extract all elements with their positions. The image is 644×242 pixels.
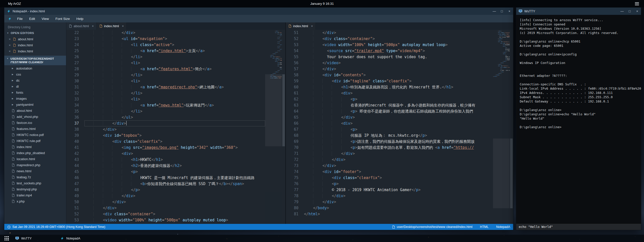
sidebar-folder-images[interactable]: ▶images	[4, 95, 66, 101]
aroz-brand[interactable]: My ArOZ	[8, 2, 21, 6]
terminal-command-input[interactable]	[516, 223, 641, 230]
code-line[interactable]: <a href="news.html">玩家傳送門</a>	[84, 102, 265, 108]
code-line[interactable]: <h1>HKWTC</h1>	[84, 157, 265, 163]
tab-about.html[interactable]: about.html×	[66, 22, 97, 30]
code-line[interactable]: <source src="trailer.mp4" type="video/mp…	[304, 48, 493, 54]
code-line[interactable]: </div>	[304, 114, 493, 120]
code-line[interactable]: </div>	[84, 120, 265, 126]
minimap-slider[interactable]	[493, 139, 510, 209]
menu-file[interactable]: File	[14, 16, 26, 22]
menu-font-size[interactable]: Font Size	[52, 16, 73, 22]
code-line[interactable]: <h2>香港的建築伺服器</h2>	[84, 163, 265, 169]
close-editor-icon[interactable]: ×	[8, 43, 11, 47]
sidebar-folder-dl[interactable]: ▶dl	[4, 83, 66, 89]
open-editor-item[interactable]: ×about.html	[4, 36, 66, 42]
code-line[interactable]: </div>	[304, 163, 493, 169]
open-editors-header[interactable]: ▼ OPEN EDITORS	[4, 30, 66, 36]
code-line[interactable]: </div>	[84, 126, 265, 132]
sidebar-file-news.html[interactable]: news.html	[4, 168, 66, 174]
code-line[interactable]: <p>	[84, 169, 265, 175]
sidebar-file-favicon.ico[interactable]: favicon.ico	[4, 120, 66, 126]
code-line[interactable]: <p>如有問題或需要申請白名單，歡迎加入我們的 <a href="https:/…	[304, 145, 493, 151]
sidebar-file-add-vhost.php[interactable]: add_vhost.php	[4, 114, 66, 120]
sidebar-file-features.html[interactable]: features.html	[4, 126, 66, 132]
menu-help[interactable]: Help	[73, 16, 86, 22]
code-line[interactable]: © 2018 - 2019 HKWTC Animation Gamer</p>	[304, 187, 493, 193]
minimap-slider[interactable]	[265, 74, 282, 146]
code-line[interactable]: <div class="container">	[304, 36, 493, 42]
code-line[interactable]: </div>	[304, 157, 493, 163]
sidebar-folder-autostation[interactable]: ▶autostation	[4, 65, 66, 71]
status-app-name[interactable]: NotepadA	[496, 225, 510, 229]
maximize-button[interactable]: □	[498, 8, 506, 15]
code-line[interactable]: </ul>	[84, 114, 265, 120]
status-file-path[interactable]: user/Desktop/screenshot/test/www cleaned…	[392, 225, 472, 229]
open-editor-item[interactable]: ×Index.html	[4, 48, 66, 54]
code-line[interactable]: <a href="index.html">主頁</a>	[84, 48, 265, 54]
code-line[interactable]: </li>	[84, 108, 265, 114]
sidebar-file-mapredirect.php[interactable]: mapredirect.php	[4, 162, 66, 168]
code-line[interactable]: <a href="mapredirect.php">網上地圖</a>	[84, 84, 265, 90]
code-line[interactable]: <video width="100%" height="500px" autop…	[84, 217, 265, 223]
workspace-folder-header[interactable]: ▼ USER/DESKTOP/SCREENSHOT /TEST/WWW CLEA…	[4, 56, 66, 65]
scrollbar-left[interactable]	[282, 30, 285, 224]
code-line[interactable]: </html>	[304, 211, 493, 217]
sidebar-file-testmysql.php[interactable]: testmysql.php	[4, 186, 66, 192]
wstty-titlebar[interactable]: WsTTY — □ ×	[516, 8, 641, 15]
sidebar-folder-yamlyamlml[interactable]: ▶yamlyamlml	[4, 101, 66, 108]
sidebar-file-teabag.7z[interactable]: teabag.7z	[4, 174, 66, 180]
code-line[interactable]: <p>請注意，我們的伺服器為確保玩家及遊玩時的質素，我們對的服務開放	[304, 139, 493, 145]
sidebar-folder-css[interactable]: ▶css	[4, 71, 66, 77]
taskbar-item-wstty[interactable]: WsTTY	[12, 236, 57, 241]
code-line[interactable]: <a href="features.html">簡介</a>	[84, 66, 265, 72]
code-line[interactable]: <h1>特別為建築及鐵路而設，現代化的 Minecraft 世界.</h1>	[304, 84, 493, 90]
tab-index.html[interactable]: index.html×	[286, 22, 316, 30]
code-line[interactable]: </div>	[84, 30, 265, 36]
close-tab-icon[interactable]: ×	[92, 24, 94, 28]
close-tab-icon[interactable]: ×	[311, 24, 313, 28]
code-line[interactable]: <b>你知道我們全線伺服器已轉用 SSD 了嗎？</b></span>	[84, 181, 265, 187]
code-line[interactable]: <div>	[304, 120, 493, 126]
sidebar-folder-fonts[interactable]: ▶fonts	[4, 89, 66, 95]
code-line[interactable]: <div class="container">	[84, 211, 265, 217]
minimize-button[interactable]: —	[618, 8, 626, 15]
sidebar-file-HKWTC-notice.pdf[interactable]: HKWTC notice.pdf	[4, 132, 66, 138]
code-line[interactable]: <p>	[304, 181, 493, 187]
code-line[interactable]: </div>	[84, 193, 265, 199]
sidebar-file-about.html[interactable]: about.html	[4, 108, 66, 114]
code-area-left[interactable]: </div> <ul id="navigation"> <li class="a…	[84, 30, 265, 224]
sidebar-file-test-sockets.php[interactable]: test_sockets.php	[4, 180, 66, 186]
code-line[interactable]: Your browser does not support the video …	[304, 54, 493, 60]
code-line[interactable]: <p>	[304, 96, 493, 102]
close-button[interactable]: ×	[506, 8, 513, 15]
status-language-mode[interactable]: HTML	[480, 225, 488, 229]
taskbar-item-notepada[interactable]: NotepadA	[57, 235, 102, 241]
code-line[interactable]: </li>	[84, 54, 265, 60]
scrollbar-right[interactable]	[510, 30, 513, 224]
close-editor-icon[interactable]: ×	[8, 49, 11, 53]
tab-index.html[interactable]: index.html×	[97, 22, 127, 30]
code-line[interactable]: <li>	[84, 96, 265, 102]
code-line[interactable]: <div id="contents">	[304, 72, 493, 78]
close-button[interactable]: ×	[633, 8, 641, 15]
sidebar-file-trailer.mp4[interactable]: trailer.mp4	[4, 192, 66, 198]
code-line[interactable]: </div>	[304, 193, 493, 199]
code-line[interactable]: <li>	[84, 78, 265, 84]
code-line[interactable]: </div>	[304, 30, 493, 36]
maximize-button[interactable]: □	[626, 8, 633, 15]
code-line[interactable]: HKWTC 是一個 Minecraft 的建築伺服器，主要建築計劃包括鐵路	[84, 175, 265, 181]
sidebar-file-location.html[interactable]: location.html	[4, 156, 66, 162]
minimize-button[interactable]: —	[490, 8, 498, 15]
notepada-titlebar[interactable]: NotepadA - index.html — □ ×	[4, 8, 513, 15]
sidebar-file-x.php[interactable]: x.php	[4, 198, 66, 204]
code-line[interactable]: <div id="footer">	[304, 169, 493, 175]
code-line[interactable]: </video>	[304, 60, 493, 66]
code-line[interactable]: <div id="tagline" class="clearfix">	[304, 78, 493, 84]
code-line[interactable]: <div>	[304, 90, 493, 96]
code-line[interactable]: </div>	[304, 199, 493, 205]
menu-view[interactable]: View	[39, 16, 52, 22]
code-line[interactable]: <div id="topbox">	[84, 132, 265, 139]
close-tab-icon[interactable]: ×	[122, 24, 124, 28]
terminal-output[interactable]: [info] Connecting to arozos WsTTY servic…	[516, 15, 641, 223]
code-line[interactable]: 在香港的Minecraft 伺服器中，多為小遊戲和純生存的伺服器，較少擁有	[304, 102, 493, 108]
